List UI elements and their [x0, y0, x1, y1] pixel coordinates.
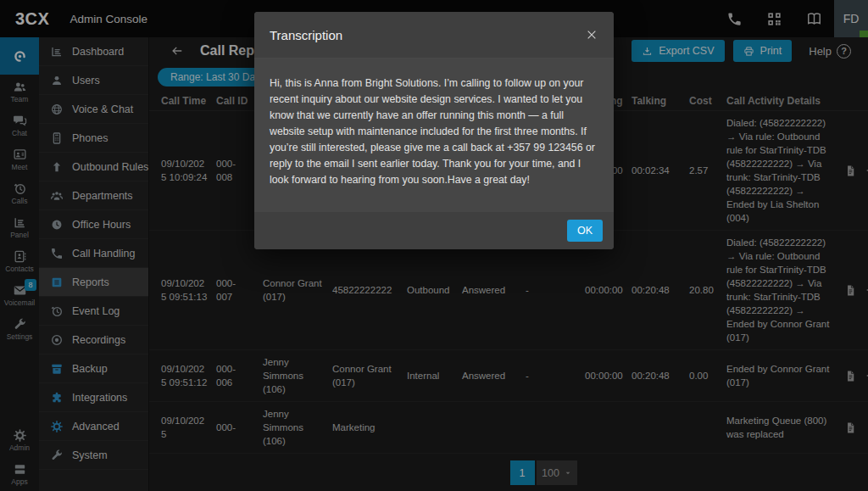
- admin-console-app: 3CX Admin Console FD TeamChatMeetCallsPa…: [0, 0, 868, 491]
- ok-button[interactable]: OK: [567, 220, 603, 242]
- modal-title: Transcription: [270, 28, 342, 42]
- transcription-text: Hi, this is Anna from Bright Solutions. …: [254, 59, 614, 212]
- modal-header: Transcription: [254, 12, 614, 59]
- modal-footer: OK: [254, 212, 614, 249]
- transcription-modal: Transcription Hi, this is Anna from Brig…: [254, 12, 614, 249]
- close-icon[interactable]: [585, 28, 598, 42]
